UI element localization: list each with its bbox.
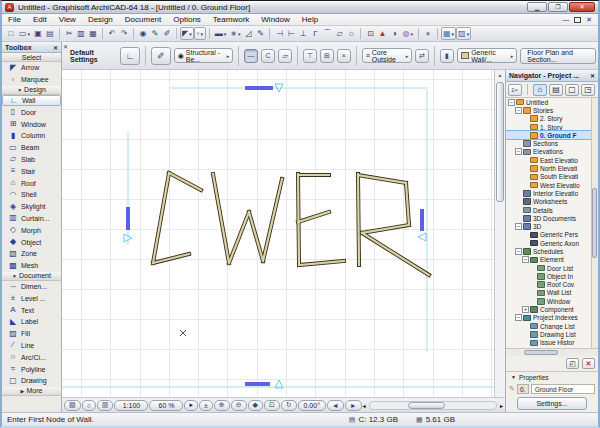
trapezoid-wall-button[interactable]: ▱ [278,49,292,63]
tool-shell[interactable]: ◠Shell [2,189,61,201]
wall-top-link-button[interactable]: ⊤ [303,49,317,63]
tool-text[interactable]: AText [2,304,61,316]
tree-item-component[interactable]: +Component [506,305,598,313]
tree-item-drawing-list[interactable]: Drawing List [506,330,598,338]
favorites-button[interactable]: ✐ [151,47,171,65]
zoom-out-icon[interactable]: ⊖ [231,400,247,411]
copy-icon[interactable]: ▥ [75,27,87,40]
wall-section-button[interactable]: ▮ [440,49,454,63]
slope-icon[interactable]: ◿ [242,27,254,40]
menu-file[interactable]: File [2,14,27,26]
dropdown-arrow-icon[interactable]: ▾ [452,31,455,37]
dropdown-arrow-icon[interactable]: ▾ [467,31,470,37]
pick-up-parameters-icon[interactable]: ✎ [149,27,161,40]
tree-item-roof-cov[interactable]: Roof Cov [506,281,598,289]
menu-design[interactable]: Design [82,14,119,26]
toolbox-section-document[interactable]: ▼Document [2,272,61,281]
menu-help[interactable]: Help [296,14,324,26]
renovation-filter-select[interactable]: ◉Structural - Be...▸ [174,48,234,63]
minimize-button[interactable]: ▁ [527,2,547,12]
menu-edit[interactable]: Edit [27,14,53,26]
new-icon[interactable]: □ [5,27,17,40]
floor-plan-canvas[interactable] [62,70,494,397]
quick-options-icon[interactable]: ▧ [64,400,81,411]
tool-drawing[interactable]: ▢Drawing [2,375,61,387]
flip-wall-button[interactable]: ⇄ [415,49,429,63]
3d-visualization-icon[interactable]: ▲ [376,27,388,40]
menu-document[interactable]: Document [119,14,167,26]
find-select-icon[interactable]: ◉ [137,27,149,40]
open-icon[interactable]: ▭▾ [17,27,32,40]
tree-hscroll-thumb[interactable] [524,350,558,355]
tree-expander-icon[interactable]: − [508,99,515,106]
mdi-close-icon[interactable]: ✕ [586,15,592,25]
tree-item-stories[interactable]: −Stories [506,106,598,114]
dropdown-arrow-icon[interactable]: ▸ [227,53,230,59]
toolbox-section-select[interactable]: Select [2,53,61,62]
tool-fill[interactable]: ▨Fill [2,328,61,340]
tool-arrow[interactable]: ◤Arrow [2,62,61,74]
hscroll-thumb[interactable] [408,402,446,409]
tree-item-project-indexes[interactable]: −Project Indexes [506,314,598,322]
tree-item-schedules[interactable]: −Schedules [506,247,598,255]
project-map-icon[interactable]: ⌂ [533,84,547,96]
dropdown-arrow-icon[interactable]: ▾ [224,31,227,37]
cut-icon[interactable]: ✂ [63,27,75,40]
layout-book-icon[interactable]: ▢ [565,84,579,96]
section-icon[interactable]: ◑ [388,27,400,40]
dropdown-arrow-icon[interactable]: ▾ [410,31,413,37]
tool-arc[interactable]: ○Arc/Ci... [2,351,61,363]
tool-marquee[interactable]: ▫Marquee [2,74,61,86]
tree-item-north-elevati[interactable]: North Elevati [506,164,598,172]
expand-options-icon[interactable]: ▸ [184,400,198,411]
markup-icon[interactable]: ● [422,27,434,40]
tree-vertical-scrollbar[interactable] [591,98,598,348]
dropdown-arrow-icon[interactable]: ▾ [28,31,31,37]
tool-beam[interactable]: ▭Beam [2,142,61,154]
dropdown-arrow-icon[interactable]: ▾ [189,31,192,37]
scrollbar-thumb[interactable] [496,82,504,202]
pan-icon[interactable]: ◆ [248,400,263,411]
tool-slab[interactable]: ▱Slab [2,154,61,166]
canvas-horizontal-scrollbar[interactable] [369,401,497,410]
close-button[interactable]: ✕ [569,2,595,12]
tree-expander-icon[interactable]: − [515,223,522,230]
wall-not-linked-button[interactable]: × [337,49,351,63]
tree-expander-icon[interactable]: − [515,248,522,255]
tree-item-object-in[interactable]: Object In [506,272,598,280]
tree-expander-icon[interactable]: − [515,148,522,155]
tool-mesh[interactable]: ▩Mesh [2,260,61,272]
zoom-level-button[interactable]: 60 % [149,400,183,411]
tool-zone[interactable]: ▧Zone [2,248,61,260]
view-map-icon[interactable]: ▤ [549,84,563,96]
arrow-tool-icon[interactable]: ◤▾ [180,27,194,40]
tool-door[interactable]: ▯Door [2,106,61,118]
story-name-field[interactable]: Ground Floor [531,384,595,394]
fit-in-window-icon[interactable]: ⊡ [264,400,280,411]
trim-icon[interactable]: ⊣ [273,27,285,40]
delete-icon[interactable]: ✕ [582,358,595,369]
tool-polyline[interactable]: ≈Polyline [2,363,61,375]
marquee-tool-icon[interactable]: ▫▾ [194,27,206,40]
tree-item-elevations[interactable]: −Elevations [506,148,598,156]
tree-horizontal-scrollbar[interactable] [506,348,598,356]
tree-expander-icon[interactable]: − [515,107,522,114]
tree-item-wall-list[interactable]: Wall List [506,289,598,297]
tree-item-3d-documents[interactable]: 3D Documents [506,214,598,222]
tree-expander-icon[interactable]: − [515,314,522,321]
tree-item-east-elevatio[interactable]: East Elevatio [506,156,598,164]
tree-item-1-story[interactable]: 1. Story [506,123,598,131]
tree-item-interior-elevatio[interactable]: Interior Elevatio [506,189,598,197]
tree-item-door-list[interactable]: Door List [506,264,598,272]
inject-parameters-icon[interactable]: ✐ [161,27,173,40]
tree-item-sections[interactable]: Sections [506,139,598,147]
scale-button[interactable]: 1:100 [114,400,148,411]
tree-item-generic-axon[interactable]: Generic Axon [506,239,598,247]
properties-collapse-icon[interactable]: ▼ [511,374,516,380]
tree-item-west-elevatio[interactable]: West Elevatio [506,181,598,189]
tree-item-worksheets[interactable]: Worksheets [506,198,598,206]
orbit-icon[interactable]: ↻ [281,400,297,411]
new-viewpoint-icon[interactable]: ◰ [566,358,579,369]
adjust-icon[interactable]: ⊥ [297,27,309,40]
menu-teamwork[interactable]: Teamwork [207,14,255,26]
